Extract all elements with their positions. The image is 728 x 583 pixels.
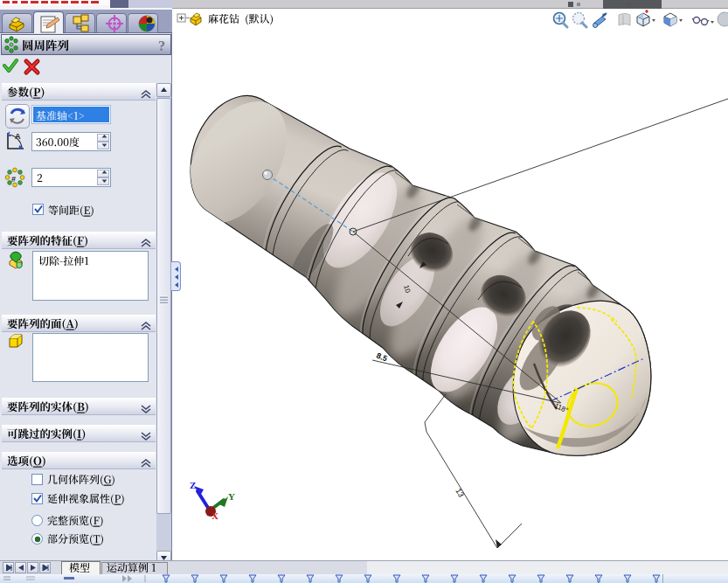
svg-text:A: A	[15, 132, 21, 141]
svg-text:X: X	[211, 510, 218, 521]
svg-text:#: #	[11, 175, 16, 184]
svg-text:?: ?	[158, 38, 165, 53]
svg-text:13: 13	[454, 487, 466, 499]
svg-text:Y: Y	[228, 491, 235, 502]
svg-text:Z: Z	[190, 480, 196, 490]
